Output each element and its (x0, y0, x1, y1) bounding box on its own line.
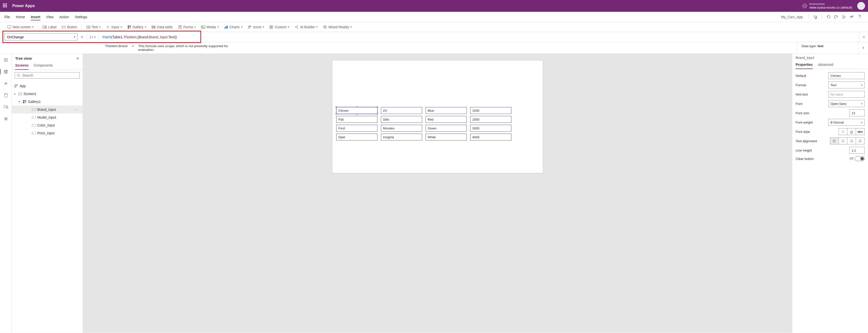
font-select[interactable]: Open Sans▾ (828, 100, 865, 107)
color-input-cell[interactable]: White (426, 134, 467, 140)
undo-button[interactable] (824, 13, 832, 21)
menu-home[interactable]: Home (16, 15, 25, 19)
tree-node-gallery[interactable]: ▾ Gallery1 (12, 98, 83, 106)
tree-node-color-input[interactable]: Color_input (12, 121, 83, 129)
model-input-cell[interactable]: Insignia (381, 134, 422, 140)
rail-tools[interactable] (2, 115, 10, 123)
tree-tab-screens[interactable]: Screens (15, 62, 28, 70)
hamburger-icon (4, 58, 8, 62)
props-tab-advanced[interactable]: Advanced (818, 61, 833, 69)
tree-search[interactable] (15, 72, 80, 79)
color-input-cell[interactable]: Red (426, 116, 467, 123)
props-tab-properties[interactable]: Properties (796, 61, 812, 69)
brand-input-cell[interactable]: Citroen (336, 107, 377, 114)
share-button[interactable] (848, 13, 856, 21)
app-launcher-icon[interactable] (3, 3, 8, 8)
format-select[interactable]: Text▾ (828, 82, 865, 88)
price-input-cell[interactable]: 1000 (470, 107, 512, 114)
menu-view[interactable]: View (46, 15, 54, 19)
rail-data[interactable] (2, 91, 10, 100)
line-height-input[interactable]: 1.2 (849, 147, 865, 154)
formula-expand-button[interactable] (859, 32, 868, 42)
text-label: Text (92, 25, 98, 29)
app-name[interactable]: My_Cars_App (779, 14, 804, 20)
info-next-button[interactable] (858, 42, 868, 54)
menu-action[interactable]: Action (59, 15, 69, 19)
environment-picker[interactable]: Environment www.vyuka-excelu.cz (default… (803, 2, 852, 9)
align-justify-button[interactable] (856, 138, 865, 144)
property-selector[interactable]: ▾ (4, 33, 78, 40)
model-input-cell[interactable]: Mondeo (381, 125, 422, 132)
menu-file[interactable]: File (4, 15, 10, 19)
strike-button[interactable]: abc (856, 128, 865, 135)
formula-input[interactable]: Patch(Table1,ThisItem,{Brand:Brand_input… (99, 32, 859, 42)
tree-node-model-input[interactable]: Model_input (12, 113, 83, 121)
mixed-reality-dropdown[interactable]: Mixed Reality▾ (321, 24, 354, 30)
more-icon[interactable]: ··· (74, 108, 80, 111)
ai-builder-dropdown[interactable]: AI Builder▾ (292, 24, 319, 30)
tree-node-screen[interactable]: ▾ Screen1 (12, 90, 83, 98)
user-avatar[interactable] (857, 2, 865, 10)
custom-dropdown[interactable]: Custom▾ (267, 24, 291, 30)
align-left-button[interactable] (830, 138, 839, 144)
rail-media[interactable] (2, 103, 10, 111)
new-screen-dropdown[interactable]: New screen▾ (5, 24, 36, 30)
fx-button[interactable]: fx▾ (87, 32, 98, 42)
tree-search-input[interactable] (22, 74, 78, 77)
text-dropdown[interactable]: Abc Text▾ (84, 24, 103, 30)
italic-button[interactable]: I (839, 128, 847, 135)
prop-clear-button: Clear button Off (792, 155, 868, 162)
model-input-cell[interactable]: Stilo (381, 116, 422, 123)
help-button[interactable]: ? (856, 13, 864, 21)
brand-input-cell[interactable]: Ford (336, 125, 377, 132)
tree-tab-components[interactable]: Components (33, 62, 53, 70)
app-checker-button[interactable] (811, 13, 819, 21)
default-input[interactable]: Citroen (828, 72, 865, 79)
price-input-cell[interactable]: 4000 (470, 134, 512, 140)
divider (82, 24, 82, 30)
rail-hamburger[interactable] (2, 56, 10, 64)
icons-dropdown[interactable]: Icons▾ (246, 24, 266, 30)
property-input[interactable] (7, 35, 75, 39)
tree-node-app[interactable]: App (12, 82, 83, 90)
font-weight-select[interactable]: B Normal▾ (828, 119, 865, 126)
menu-settings[interactable]: Settings (75, 15, 87, 19)
hint-input[interactable]: No value (828, 91, 865, 98)
model-input-cell[interactable]: ZX (381, 107, 422, 114)
svg-rect-11 (129, 27, 131, 28)
prop-default: Default Citroen (792, 71, 868, 80)
tree-label: Screen1 (24, 92, 36, 96)
label-button[interactable]: Label (41, 24, 58, 30)
align-right-button[interactable] (847, 138, 856, 144)
charts-dropdown[interactable]: Charts▾ (222, 24, 244, 30)
screen-canvas[interactable]: Citroen ZX Blue 1000 Fiat Stilo Red 2000… (332, 60, 543, 173)
tree-close-button[interactable]: ✕ (76, 56, 79, 60)
clear-toggle[interactable] (855, 156, 865, 161)
underline-button[interactable]: U (847, 128, 856, 135)
color-input-cell[interactable]: Green (426, 125, 467, 132)
price-input-cell[interactable]: 3000 (470, 125, 512, 132)
tree-node-price-input[interactable]: Price_input (12, 129, 83, 137)
menu-insert[interactable]: Insert (31, 15, 40, 20)
color-input-cell[interactable]: Blue (426, 107, 467, 114)
button-button[interactable]: Button (60, 24, 79, 30)
redo-button[interactable] (832, 13, 840, 21)
media-dropdown[interactable]: Media▾ (199, 24, 220, 30)
data-table-button[interactable]: Data table (150, 24, 175, 30)
rail-insert[interactable] (2, 79, 10, 88)
gallery-dropdown[interactable]: Gallery▾ (125, 24, 148, 30)
price-input-cell[interactable]: 2000 (470, 116, 512, 123)
rail-tree-view[interactable] (2, 67, 10, 76)
forms-icon (178, 25, 182, 29)
mr-label: Mixed Reality (329, 25, 349, 29)
forms-dropdown[interactable]: Forms▾ (176, 24, 198, 30)
brand-input-cell[interactable]: Opel (336, 134, 377, 140)
canvas-area[interactable]: Citroen ZX Blue 1000 Fiat Stilo Red 2000… (83, 54, 792, 333)
align-center-button[interactable] (839, 138, 847, 144)
input-dropdown[interactable]: Input▾ (104, 24, 124, 30)
tree-label: Model_input (37, 115, 56, 119)
brand-input-cell[interactable]: Fiat (336, 116, 377, 123)
play-button[interactable] (840, 13, 848, 21)
tree-node-brand-input[interactable]: Brand_input ··· (12, 106, 83, 113)
font-size-input[interactable]: 13 (849, 110, 865, 116)
